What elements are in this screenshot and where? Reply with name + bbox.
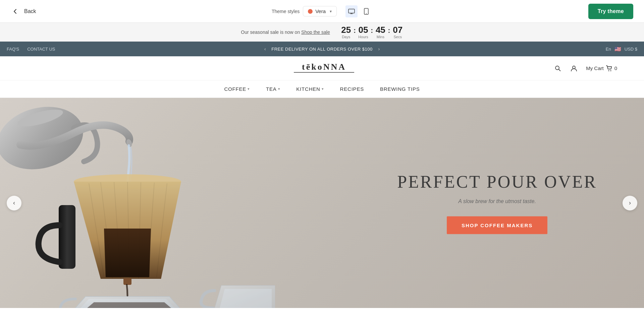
- hero-section: PERFECT POUR OVER A slow brew for the ut…: [0, 98, 644, 308]
- cart-count: 0: [614, 65, 617, 71]
- theme-chevron-icon: ▾: [330, 9, 332, 14]
- shop-coffee-makers-button[interactable]: SHOP COFFEE MAKERS: [447, 216, 547, 234]
- countdown-days-label: Days: [342, 35, 350, 39]
- countdown-secs: 07 Secs: [392, 25, 403, 39]
- countdown-hours-label: Hours: [358, 35, 368, 39]
- nav-item-coffee[interactable]: COFFEE ▾: [224, 86, 250, 92]
- nav-kitchen-chevron: ▾: [322, 87, 324, 91]
- nav-item-recipes[interactable]: RECIPES: [340, 86, 364, 92]
- mobile-view-button[interactable]: [360, 5, 372, 17]
- top-bar-left: Back: [11, 7, 36, 16]
- svg-rect-23: [59, 205, 75, 269]
- countdown-sep-1: :: [354, 26, 356, 35]
- countdown-days: 25 Days: [341, 25, 352, 39]
- cart-button[interactable]: My Cart 0: [586, 65, 617, 72]
- svg-point-6: [573, 66, 575, 69]
- nav-contact-link[interactable]: CONTACT US: [27, 47, 55, 52]
- announcement-link[interactable]: Shop the sale: [301, 29, 330, 35]
- countdown-mins-label: Mins: [377, 35, 384, 39]
- announcement-bar: Our seasonal sale is now on Shop the sal…: [0, 23, 644, 42]
- site-header: tēkoNNA My Cart 0: [0, 56, 644, 80]
- language-selector[interactable]: En: [606, 47, 611, 52]
- svg-text:tēkoNNA: tēkoNNA: [302, 62, 346, 72]
- theme-selector-dropdown[interactable]: Vera ▾: [303, 6, 337, 16]
- nav-top-left: FAQ'S CONTACT US: [7, 47, 55, 52]
- svg-rect-22: [123, 278, 131, 285]
- promo-prev-button[interactable]: ‹: [261, 45, 269, 53]
- nav-faqs-link[interactable]: FAQ'S: [7, 47, 19, 52]
- countdown-secs-value: 07: [393, 25, 402, 34]
- promo-message-text: FREE DELIVERY ON ALL ORDERS OVER $100: [271, 47, 373, 52]
- svg-point-7: [608, 70, 609, 71]
- cart-label: My Cart: [586, 65, 604, 71]
- svg-marker-26: [87, 302, 171, 308]
- try-theme-button[interactable]: Try theme: [588, 4, 633, 19]
- account-icon[interactable]: [570, 64, 578, 72]
- svg-point-8: [610, 70, 611, 71]
- top-bar: Back Theme styles Vera ▾ Try th: [0, 0, 644, 23]
- svg-rect-0: [348, 9, 355, 13]
- countdown-timer: 25 Days : 05 Hours : 45 Mins : 07 Secs: [341, 25, 403, 39]
- hero-coffee-illustration: [0, 98, 275, 308]
- site-logo[interactable]: tēkoNNA: [290, 60, 358, 77]
- svg-marker-21: [104, 229, 151, 277]
- nav-coffee-chevron: ▾: [248, 87, 250, 91]
- top-bar-right: Try theme: [588, 4, 633, 19]
- countdown-hours-value: 05: [359, 25, 368, 34]
- hero-prev-button[interactable]: ‹: [7, 196, 21, 210]
- hero-subtitle: A slow brew for the utmost taste.: [397, 198, 597, 204]
- nav-top-right: En 🇺🇸 USD $: [606, 46, 637, 52]
- nav-item-brewing-tips[interactable]: BREWING TIPS: [380, 86, 420, 92]
- announcement-text: Our seasonal sale is now on Shop the sal…: [241, 29, 330, 35]
- promo-next-button[interactable]: ›: [375, 45, 383, 53]
- hero-next-button[interactable]: ›: [623, 196, 637, 210]
- svg-point-2: [366, 13, 367, 14]
- countdown-sep-3: :: [388, 26, 390, 35]
- hero-visual: [0, 98, 275, 308]
- desktop-view-button[interactable]: [345, 5, 358, 17]
- theme-styles-label: Theme styles: [272, 9, 300, 14]
- nav-top-center: ‹ FREE DELIVERY ON ALL ORDERS OVER $100 …: [261, 45, 383, 53]
- view-icons-group: [345, 5, 372, 17]
- announcement-main-text: Our seasonal sale is now on: [241, 29, 300, 35]
- back-button-label[interactable]: Back: [24, 8, 36, 14]
- nav-top-bar: FAQ'S CONTACT US ‹ FREE DELIVERY ON ALL …: [0, 42, 644, 56]
- logo-svg: tēkoNNA: [290, 60, 358, 74]
- nav-tea-chevron: ▾: [278, 87, 280, 91]
- header-right-controls: My Cart 0: [554, 64, 617, 72]
- countdown-days-value: 25: [341, 25, 351, 34]
- theme-styles-group: Theme styles Vera ▾: [272, 5, 372, 17]
- nav-coffee-label: COFFEE: [224, 86, 246, 92]
- theme-name-label: Vera: [315, 8, 326, 14]
- currency-selector[interactable]: USD $: [625, 47, 637, 52]
- cart-icon: [606, 65, 612, 72]
- nav-item-kitchen[interactable]: KITCHEN ▾: [296, 86, 324, 92]
- search-icon[interactable]: [554, 64, 562, 72]
- flag-icon: 🇺🇸: [614, 46, 621, 52]
- nav-item-tea[interactable]: TEA ▾: [266, 86, 280, 92]
- svg-point-9: [0, 98, 90, 179]
- countdown-secs-label: Secs: [393, 35, 401, 39]
- nav-kitchen-label: KITCHEN: [296, 86, 320, 92]
- theme-color-dot: [308, 9, 313, 14]
- nav-tea-label: TEA: [266, 86, 277, 92]
- svg-marker-28: [220, 289, 272, 308]
- countdown-hours: 05 Hours: [358, 25, 369, 39]
- countdown-mins: 45 Mins: [375, 25, 386, 39]
- svg-point-5: [555, 66, 559, 70]
- hero-title: PERFECT POUR OVER: [397, 172, 597, 192]
- nav-recipes-label: RECIPES: [340, 86, 364, 92]
- back-arrow-icon[interactable]: [11, 7, 20, 16]
- hero-content: PERFECT POUR OVER A slow brew for the ut…: [397, 172, 597, 234]
- main-navigation: COFFEE ▾ TEA ▾ KITCHEN ▾ RECIPES BREWING…: [0, 80, 644, 98]
- nav-brewing-tips-label: BREWING TIPS: [380, 86, 420, 92]
- countdown-sep-2: :: [371, 26, 373, 35]
- countdown-mins-value: 45: [376, 25, 385, 34]
